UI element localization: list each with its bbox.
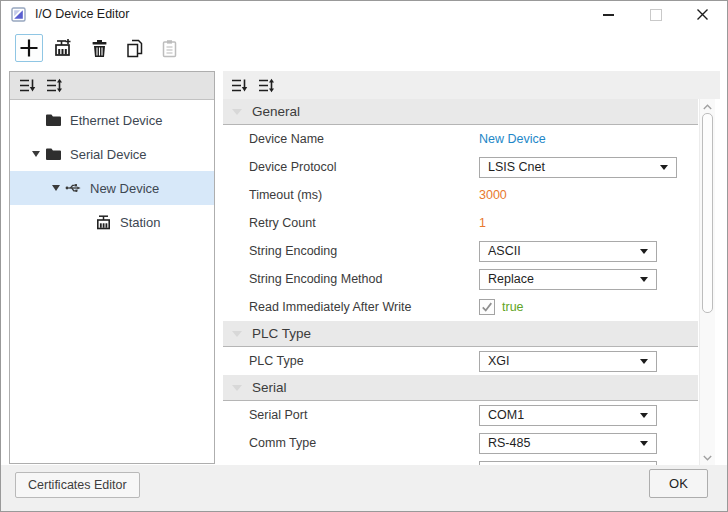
window-title: I/O Device Editor	[35, 7, 129, 21]
section-collapse-icon	[232, 385, 242, 391]
close-icon	[696, 8, 709, 21]
property-row-serial-port: Serial Port COM1	[223, 401, 698, 429]
section-title: PLC Type	[252, 326, 311, 341]
property-row-device-protocol: Device Protocol LSIS Cnet	[223, 153, 698, 181]
paste-icon	[159, 38, 180, 59]
property-row-plc-type: PLC Type XGI	[223, 347, 698, 375]
tree-item-new-device[interactable]: New Device	[10, 171, 214, 205]
certificates-editor-button[interactable]: Certificates Editor	[15, 472, 140, 498]
property-row-comm-type: Comm Type RS-485	[223, 429, 698, 457]
tree-item-ethernet-device[interactable]: Ethernet Device	[10, 103, 214, 137]
string-encoding-method-dropdown[interactable]: Replace	[479, 269, 657, 290]
add-station-button[interactable]	[50, 34, 78, 62]
dropdown-arrow-icon	[640, 249, 648, 254]
tree-toolbar	[10, 72, 214, 100]
property-label: Device Name	[223, 132, 479, 146]
property-label: String Encoding	[223, 244, 479, 258]
dropdown-arrow-icon	[640, 359, 648, 364]
certificates-editor-label: Certificates Editor	[28, 478, 127, 492]
chevron-down-icon	[703, 455, 712, 461]
minimize-icon	[603, 14, 614, 16]
dropdown-value: Replace	[488, 272, 534, 286]
property-label: Retry Count	[223, 216, 479, 230]
maximize-button[interactable]	[639, 1, 673, 28]
comm-type-dropdown[interactable]: RS-485	[479, 433, 657, 454]
app-logo-icon	[11, 7, 26, 22]
property-label: Device Protocol	[223, 160, 479, 174]
retry-count-value[interactable]: 1	[479, 216, 486, 230]
section-header-plc-type[interactable]: PLC Type	[223, 321, 698, 347]
property-toolbar	[223, 71, 720, 99]
expander-icon[interactable]	[48, 180, 64, 196]
dialog-footer: Certificates Editor OK	[1, 465, 727, 511]
device-protocol-dropdown[interactable]: LSIS Cnet	[479, 157, 677, 178]
add-station-icon	[53, 37, 75, 59]
delete-button[interactable]	[85, 34, 113, 62]
tree-item-station[interactable]: Station	[10, 205, 214, 239]
folder-icon	[44, 111, 62, 129]
add-device-button[interactable]	[15, 34, 43, 62]
property-label: Timeout (ms)	[223, 188, 479, 202]
scrollbar-thumb[interactable]	[702, 113, 713, 313]
section-header-general[interactable]: General	[223, 99, 698, 125]
property-panel: General Device Name New Device Device Pr…	[223, 71, 720, 466]
dropdown-value: XGI	[488, 354, 510, 368]
dropdown-arrow-icon	[640, 413, 648, 418]
expand-all-icon[interactable]	[46, 78, 63, 93]
station-icon	[94, 213, 112, 231]
scroll-down-button[interactable]	[700, 451, 715, 465]
serial-port-dropdown[interactable]: COM1	[479, 405, 657, 426]
expand-all-icon[interactable]	[258, 78, 275, 93]
io-device-editor-window: I/O Device Editor	[0, 0, 728, 512]
collapse-all-icon[interactable]	[231, 78, 248, 93]
serial-device-icon	[64, 179, 82, 197]
read-immediately-value: true	[502, 300, 524, 314]
delete-icon	[89, 38, 110, 59]
expander-icon[interactable]	[28, 146, 44, 162]
property-row-retry-count: Retry Count 1	[223, 209, 698, 237]
timeout-value[interactable]: 3000	[479, 188, 507, 202]
property-label: PLC Type	[223, 354, 479, 368]
folder-icon	[44, 145, 62, 163]
device-tree-panel: Ethernet Device Serial Device	[9, 71, 215, 464]
vertical-scrollbar[interactable]	[699, 99, 715, 466]
ok-label: OK	[669, 476, 688, 491]
dropdown-value: COM1	[488, 408, 524, 422]
maximize-icon	[650, 9, 662, 21]
property-label: String Encoding Method	[223, 272, 479, 286]
read-immediately-checkbox[interactable]	[479, 299, 495, 315]
copy-icon	[124, 38, 145, 59]
scroll-up-button[interactable]	[700, 100, 715, 114]
section-header-serial[interactable]: Serial	[223, 375, 698, 401]
copy-button[interactable]	[120, 34, 148, 62]
title-bar: I/O Device Editor	[1, 1, 727, 29]
paste-button[interactable]	[155, 34, 183, 62]
tree-item-label: Serial Device	[70, 147, 147, 162]
close-button[interactable]	[685, 1, 719, 28]
section-title: Serial	[252, 380, 287, 395]
tree-item-label: New Device	[90, 181, 159, 196]
section-collapse-icon	[232, 109, 242, 115]
property-row-string-encoding-method: String Encoding Method Replace	[223, 265, 698, 293]
string-encoding-dropdown[interactable]: ASCII	[479, 241, 657, 262]
chevron-up-icon	[703, 104, 712, 110]
tree-item-serial-device[interactable]: Serial Device	[10, 137, 214, 171]
minimize-button[interactable]	[591, 1, 625, 28]
tree-item-label: Ethernet Device	[70, 113, 163, 128]
ok-button[interactable]: OK	[649, 469, 708, 498]
section-title: General	[252, 104, 300, 119]
dropdown-arrow-icon	[660, 165, 668, 170]
property-row-string-encoding: String Encoding ASCII	[223, 237, 698, 265]
device-toolbar	[15, 34, 183, 62]
device-name-value[interactable]: New Device	[479, 132, 546, 146]
collapse-all-icon[interactable]	[19, 78, 36, 93]
checkmark-icon	[481, 301, 493, 313]
property-row-device-name: Device Name New Device	[223, 125, 698, 153]
plc-type-dropdown[interactable]: XGI	[479, 351, 657, 372]
dropdown-value: LSIS Cnet	[488, 160, 545, 174]
device-tree: Ethernet Device Serial Device	[10, 100, 214, 239]
property-row-timeout: Timeout (ms) 3000	[223, 181, 698, 209]
property-label: Read Immediately After Write	[223, 300, 479, 314]
property-label: Serial Port	[223, 408, 479, 422]
property-grid: General Device Name New Device Device Pr…	[223, 99, 698, 466]
